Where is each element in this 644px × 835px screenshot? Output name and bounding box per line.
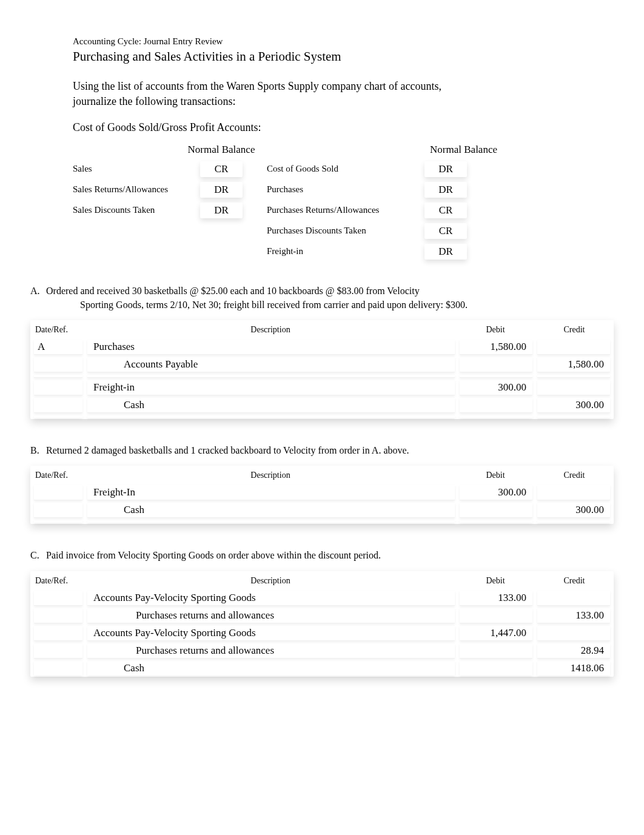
cell-credit[interactable] bbox=[537, 626, 610, 641]
account-name: Purchases Discounts Taken bbox=[267, 226, 424, 236]
cell-ref[interactable] bbox=[34, 661, 82, 676]
cell-debit[interactable] bbox=[460, 398, 532, 413]
cell-credit[interactable]: 300.00 bbox=[537, 398, 610, 413]
journal-row: APurchases1,580.00 bbox=[30, 338, 614, 356]
cell-ref[interactable] bbox=[34, 375, 82, 378]
account-balance: DR bbox=[424, 182, 467, 198]
cell-ref[interactable] bbox=[34, 485, 82, 500]
cell-ref[interactable] bbox=[34, 608, 82, 623]
cell-debit[interactable] bbox=[460, 503, 532, 518]
cell-ref[interactable] bbox=[34, 643, 82, 659]
section-letter: C. bbox=[30, 548, 44, 562]
account-row: Freight-inDR bbox=[73, 244, 614, 260]
cell-ref[interactable] bbox=[34, 380, 82, 395]
journal-table: Date/Ref.DescriptionDebitCreditAPurchase… bbox=[30, 320, 614, 419]
cell-debit[interactable] bbox=[460, 608, 532, 623]
account-name: Sales Discounts Taken bbox=[73, 205, 200, 215]
col-header-description: Description bbox=[85, 469, 456, 484]
cell-debit[interactable]: 1,447.00 bbox=[460, 626, 532, 641]
journal-row: Freight-in300.00 bbox=[30, 379, 614, 397]
journal-row: Cash300.00 bbox=[30, 397, 614, 414]
col-header-credit: Credit bbox=[535, 469, 614, 484]
col-header-ref: Date/Ref. bbox=[30, 324, 85, 338]
journal-header-row: Date/Ref.DescriptionDebitCredit bbox=[30, 324, 614, 338]
cell-credit[interactable] bbox=[537, 375, 610, 378]
cell-debit[interactable] bbox=[460, 661, 532, 676]
intro-text: Using the list of accounts from the Ware… bbox=[73, 79, 485, 109]
cell-credit[interactable] bbox=[537, 415, 610, 418]
journal-table: Date/Ref.DescriptionDebitCreditFreight-I… bbox=[30, 466, 614, 524]
cell-ref[interactable] bbox=[34, 357, 82, 372]
cell-credit[interactable]: 28.94 bbox=[537, 643, 610, 659]
cell-credit[interactable] bbox=[537, 340, 610, 355]
account-row: Purchases Discounts TakenCR bbox=[73, 223, 614, 239]
cell-description[interactable] bbox=[87, 520, 455, 523]
section-prompt: A. Ordered and received 30 basketballs @… bbox=[30, 284, 614, 312]
account-name: Cost of Goods Sold bbox=[267, 164, 424, 174]
cell-ref[interactable] bbox=[34, 520, 82, 523]
cell-credit[interactable] bbox=[537, 591, 610, 606]
cell-credit[interactable] bbox=[537, 485, 610, 500]
cell-description[interactable]: Purchases bbox=[87, 340, 455, 355]
journal-row bbox=[30, 519, 614, 524]
journal-row: Freight-In300.00 bbox=[30, 484, 614, 501]
account-balance: CR bbox=[424, 203, 467, 218]
cell-description[interactable]: Cash bbox=[87, 661, 455, 676]
account-balance: CR bbox=[200, 161, 243, 177]
cell-debit[interactable]: 133.00 bbox=[460, 591, 532, 606]
cell-debit[interactable] bbox=[460, 357, 532, 372]
cell-description[interactable]: Freight-in bbox=[87, 380, 455, 395]
cell-credit[interactable]: 133.00 bbox=[537, 608, 610, 623]
journal-section: B. Returned 2 damaged basketballs and 1 … bbox=[30, 443, 614, 524]
cell-description[interactable]: Cash bbox=[87, 503, 455, 518]
cell-description[interactable]: Accounts Pay-Velocity Sporting Goods bbox=[87, 591, 455, 606]
cell-credit[interactable]: 1,580.00 bbox=[537, 357, 610, 372]
account-balance: DR bbox=[200, 182, 243, 198]
cell-description[interactable] bbox=[87, 415, 455, 418]
journal-table: Date/Ref.DescriptionDebitCreditAccounts … bbox=[30, 571, 614, 677]
section-text-line: Ordered and received 30 basketballs @ $2… bbox=[44, 286, 420, 296]
cell-credit[interactable]: 300.00 bbox=[537, 503, 610, 518]
cell-credit[interactable]: 1418.06 bbox=[537, 661, 610, 676]
col-header-credit: Credit bbox=[535, 575, 614, 589]
cell-debit[interactable] bbox=[460, 415, 532, 418]
cell-credit[interactable] bbox=[537, 520, 610, 523]
journal-row: Accounts Pay-Velocity Sporting Goods133.… bbox=[30, 589, 614, 607]
cell-ref[interactable] bbox=[34, 415, 82, 418]
cell-debit[interactable]: 300.00 bbox=[460, 485, 532, 500]
cell-ref[interactable] bbox=[34, 398, 82, 413]
journal-section: C. Paid invoice from Velocity Sporting G… bbox=[30, 548, 614, 676]
section-prompt: C. Paid invoice from Velocity Sporting G… bbox=[30, 548, 614, 562]
cell-description[interactable]: Cash bbox=[87, 398, 455, 413]
cell-credit[interactable] bbox=[537, 380, 610, 395]
cell-ref[interactable] bbox=[34, 591, 82, 606]
account-name: Purchases bbox=[267, 184, 424, 195]
account-name: Sales Returns/Allowances bbox=[73, 184, 200, 195]
cell-debit[interactable]: 1,580.00 bbox=[460, 340, 532, 355]
account-name: Freight-in bbox=[267, 246, 424, 257]
col-header-ref: Date/Ref. bbox=[30, 469, 85, 484]
cell-ref[interactable]: A bbox=[34, 340, 82, 355]
cell-description[interactable]: Freight-In bbox=[87, 485, 455, 500]
journal-section: A. Ordered and received 30 basketballs @… bbox=[30, 284, 614, 419]
page-subtitle: Accounting Cycle: Journal Entry Review bbox=[73, 36, 614, 47]
journal-row: Accounts Payable1,580.00 bbox=[30, 356, 614, 374]
cell-description[interactable]: Accounts Pay-Velocity Sporting Goods bbox=[87, 626, 455, 641]
cell-debit[interactable] bbox=[460, 643, 532, 659]
account-row: SalesCRCost of Goods SoldDR bbox=[73, 161, 614, 177]
cell-debit[interactable] bbox=[460, 520, 532, 523]
journal-row bbox=[30, 374, 614, 379]
cell-ref[interactable] bbox=[34, 503, 82, 518]
col-header-description: Description bbox=[85, 324, 456, 338]
cell-ref[interactable] bbox=[34, 626, 82, 641]
cell-debit[interactable] bbox=[460, 375, 532, 378]
normal-balance-header-left: Normal Balance bbox=[73, 144, 261, 156]
cell-description[interactable] bbox=[87, 375, 455, 378]
cogs-header: Cost of Goods Sold/Gross Profit Accounts… bbox=[73, 121, 614, 134]
account-name: Purchases Returns/Allowances bbox=[267, 205, 424, 215]
cell-description[interactable]: Purchases returns and allowances bbox=[87, 608, 455, 623]
journal-row: Cash300.00 bbox=[30, 501, 614, 519]
cell-debit[interactable]: 300.00 bbox=[460, 380, 532, 395]
cell-description[interactable]: Purchases returns and allowances bbox=[87, 643, 455, 659]
cell-description[interactable]: Accounts Payable bbox=[87, 357, 455, 372]
